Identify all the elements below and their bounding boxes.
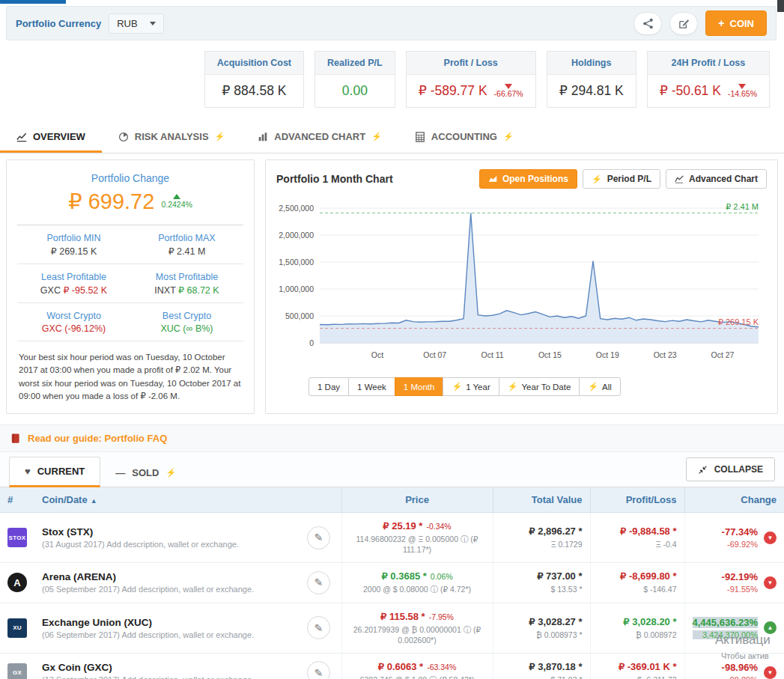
coin-date-note[interactable]: (31 August 2017) Add description, wallet… [42, 540, 292, 549]
edit-coin-button[interactable]: ✎ [307, 571, 330, 594]
faq-link[interactable]: Read our guide: Portfolio FAQ [28, 433, 167, 444]
coin-date-note[interactable]: (06 September 2017) Add description, wal… [42, 630, 292, 639]
table-header-row: # Coin/Date▲ Price Total Value Profit/Lo… [0, 487, 784, 513]
range-1-week[interactable]: 1 Week [348, 377, 395, 396]
activation-watermark: Активаци Чтобы актив [715, 633, 784, 660]
coin-name-link[interactable]: Stox (STX) [42, 526, 292, 538]
col-profit-loss[interactable]: Profit/Loss [590, 487, 684, 513]
coin-price: ₽ 0.6063 * [378, 661, 423, 672]
stat-value: 0.00 [315, 75, 395, 107]
sort-asc-icon: ▲ [91, 497, 97, 505]
range-year-to-date[interactable]: ⚡Year To Date [499, 377, 580, 396]
stat-change: -66.67% [494, 84, 523, 98]
coin-logo-icon: STOX [7, 528, 27, 547]
chart-header: Portfolio 1 Month Chart Open Positions ⚡… [276, 169, 767, 189]
col-total-value[interactable]: Total Value [493, 487, 590, 513]
edit-coin-button[interactable]: ✎ [307, 526, 330, 549]
table-row: GX Gx Coin (GXC) (13 September 2017) Add… [0, 653, 784, 679]
profit-loss-value: ₽ -8,699.80 * [598, 570, 677, 582]
chart-area: 0500,0001,000,0001,500,0002,000,0002,500… [276, 199, 767, 373]
portfolio-summary-panel: Portfolio Change ₽ 699.72 0.2424% Portfo… [6, 159, 255, 414]
col-change[interactable]: Change [684, 487, 784, 513]
svg-text:Oct 23: Oct 23 [654, 350, 677, 359]
coin-name-link[interactable]: Arena (ARENA) [42, 571, 292, 582]
heart-icon: ♥ [25, 466, 31, 477]
pencil-icon: ✎ [314, 622, 323, 634]
range-1-month[interactable]: 1 Month [395, 377, 444, 396]
browser-chrome-strip [0, 0, 66, 4]
collapse-button[interactable]: COLLAPSE [686, 457, 775, 481]
col-rank[interactable]: # [0, 487, 34, 513]
stat-label: Realized P/L [315, 52, 395, 75]
stat-acquisition-cost: Acquisition Cost ₽ 884.58 K [204, 51, 304, 108]
change-percent: -98.96% [722, 662, 758, 673]
portfolio-change-value: ₽ 699.72 [68, 189, 154, 214]
add-coin-button[interactable]: + COIN [705, 10, 767, 36]
total-value: ₽ 737.00 * [501, 570, 583, 582]
range-1-year[interactable]: ⚡1 Year [443, 377, 499, 396]
pencil-icon: ✎ [314, 532, 323, 543]
coin-price-change: -7.95% [429, 612, 454, 621]
coins-tab-bar: ♥ CURRENT — SOLD ⚡ COLLAPSE [0, 452, 784, 487]
total-value-detail: $ 71.03 * [501, 675, 583, 679]
chevron-down-icon [150, 22, 156, 25]
advanced-chart-button[interactable]: Advanced Chart [666, 169, 767, 189]
svg-text:2,500,000: 2,500,000 [279, 204, 314, 213]
svg-text:Oct 11: Oct 11 [481, 350, 504, 359]
edit-icon [678, 18, 690, 29]
coin-logo-icon: XU [7, 618, 27, 638]
price-detail: 26.20179939 @ ₿ 0.00000001 ⓘ (₽ 0.002600… [350, 624, 485, 645]
portfolio-faq-banner[interactable]: Read our guide: Portfolio FAQ [0, 424, 784, 452]
range-1-day[interactable]: 1 Day [309, 377, 349, 396]
price-detail: 2000 @ $ 0.08000 ⓘ (₽ 4.72*) [350, 584, 485, 594]
svg-text:Oct 19: Oct 19 [596, 350, 619, 359]
pencil-icon: ✎ [314, 576, 323, 588]
edit-coin-button[interactable]: ✎ [307, 661, 330, 679]
portfolio-line-chart[interactable]: 0500,0001,000,0001,500,0002,000,0002,500… [276, 199, 765, 370]
stat-label: Acquisition Cost [205, 52, 303, 75]
tab-sold[interactable]: — SOLD ⚡ [100, 459, 191, 487]
range-all[interactable]: ⚡All [579, 377, 621, 396]
tab-overview[interactable]: OVERVIEW [0, 121, 102, 153]
overview-chart-icon [16, 132, 27, 142]
col-price[interactable]: Price [341, 487, 493, 513]
period-pl-button[interactable]: ⚡ Period P/L [583, 169, 660, 189]
stat-realized-pl: Realized P/L 0.00 [314, 51, 395, 108]
edit-note-button[interactable] [669, 12, 698, 35]
portfolio-change-title: Portfolio Change [7, 172, 254, 184]
col-coin-date[interactable]: Coin/Date▲ [34, 487, 300, 513]
currency-value: RUB [117, 18, 137, 29]
coin-name-link[interactable]: Gx Coin (GXC) [42, 662, 292, 673]
coin-price: ₽ 25.19 * [383, 520, 422, 532]
coin-date-note[interactable]: (05 September 2017) Add description, wal… [42, 585, 292, 594]
main-tab-bar: OVERVIEW RISK ANALYSIS ⚡ ADVANCED CHART … [0, 121, 784, 153]
chart-range-buttons: 1 Day 1 Week 1 Month ⚡1 Year ⚡Year To Da… [309, 377, 621, 396]
stats-row: Acquisition Cost ₽ 884.58 K Realized P/L… [0, 40, 784, 121]
collapse-icon [698, 465, 708, 475]
bolt-icon: ⚡ [215, 132, 225, 141]
coin-name-link[interactable]: Exchange Union (XUC) [42, 617, 292, 628]
best-worst-period-note: Your best six hour period was on Tuesday… [7, 341, 254, 413]
tab-advanced-chart[interactable]: ADVANCED CHART ⚡ [241, 121, 398, 153]
profit-loss-detail: ₿ 0.008972 [598, 630, 677, 640]
table-row: STOX Stox (STX) (31 August 2017) Add des… [0, 513, 784, 563]
svg-text:₽ 2.41 M: ₽ 2.41 M [726, 202, 759, 211]
plus-icon: + [718, 17, 724, 29]
share-icon [642, 18, 654, 29]
coin-date-note[interactable]: (13 September 2017) Add description, wal… [42, 675, 292, 679]
profit-loss-value: ₽ 3,028.20 * [598, 616, 677, 627]
trend-arrow-icon: ▼ [764, 576, 777, 589]
svg-text:1,000,000: 1,000,000 [279, 284, 314, 293]
edit-coin-button[interactable]: ✎ [307, 616, 330, 639]
tab-accounting[interactable]: ACCOUNTING ⚡ [398, 121, 530, 153]
currency-select[interactable]: RUB [109, 13, 163, 34]
tab-current[interactable]: ♥ CURRENT [9, 457, 100, 487]
table-row: XU Exchange Union (XUC) (06 September 20… [0, 603, 784, 653]
share-button[interactable] [633, 12, 662, 35]
tab-risk-analysis[interactable]: RISK ANALYSIS ⚡ [102, 121, 241, 153]
summary-stats-grid: Portfolio MIN ₽ 269.15 K Portfolio MAX ₽… [17, 225, 243, 341]
change-percent-secondary: -91.55% [722, 585, 758, 594]
worst-crypto-stat: Worst Crypto GXC (-96.12%) [17, 303, 130, 341]
total-value: ₽ 2,896.27 * [501, 526, 583, 537]
open-positions-button[interactable]: Open Positions [479, 169, 577, 189]
